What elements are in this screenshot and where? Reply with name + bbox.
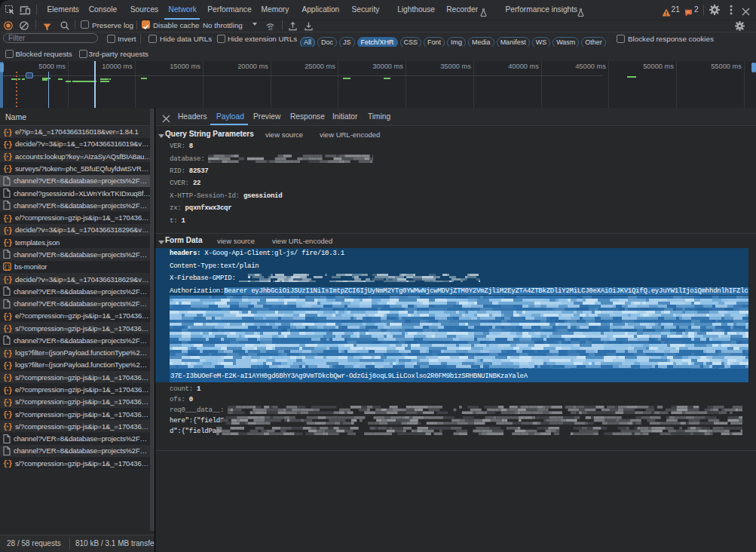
- svg-text:{: {: [3, 361, 8, 370]
- svg-text:}: }: [8, 226, 12, 235]
- svg-text:}: }: [8, 386, 12, 394]
- svg-text:}: }: [8, 349, 12, 357]
- svg-text:}: }: [8, 398, 12, 406]
- svg-text:}: }: [8, 423, 12, 431]
- svg-text:{: {: [3, 153, 8, 161]
- svg-text:{: {: [3, 460, 8, 468]
- svg-text:{: {: [3, 349, 8, 357]
- svg-text:{: {: [3, 374, 8, 382]
- svg-text:}: }: [8, 128, 12, 136]
- svg-text:}: }: [8, 140, 12, 149]
- svg-text:{: {: [3, 398, 8, 406]
- svg-text:{: {: [3, 239, 8, 247]
- svg-text:}: }: [8, 374, 12, 382]
- svg-text:}: }: [8, 165, 12, 173]
- svg-text:}: }: [8, 325, 12, 333]
- svg-text:{: {: [3, 128, 8, 136]
- svg-text:{: {: [3, 423, 8, 431]
- svg-text:{: {: [3, 226, 8, 235]
- svg-text:}: }: [8, 214, 12, 222]
- svg-text:{: {: [3, 386, 8, 394]
- svg-text:{: {: [3, 325, 8, 333]
- svg-text:{: {: [3, 214, 8, 222]
- svg-text:}: }: [8, 239, 12, 247]
- svg-text:{: {: [3, 165, 8, 173]
- svg-text:}: }: [8, 153, 12, 161]
- svg-text:{: {: [3, 276, 8, 284]
- svg-text:}: }: [8, 411, 12, 419]
- svg-text:{: {: [3, 140, 8, 149]
- svg-text:{}: {}: [4, 264, 10, 270]
- svg-text:1o: 1o: [268, 26, 273, 31]
- svg-text:}: }: [8, 276, 12, 284]
- svg-text:}: }: [8, 460, 12, 468]
- svg-text:{: {: [3, 411, 8, 419]
- svg-text:{: {: [3, 312, 8, 320]
- svg-text:}: }: [8, 361, 12, 370]
- svg-text:}: }: [8, 312, 12, 320]
